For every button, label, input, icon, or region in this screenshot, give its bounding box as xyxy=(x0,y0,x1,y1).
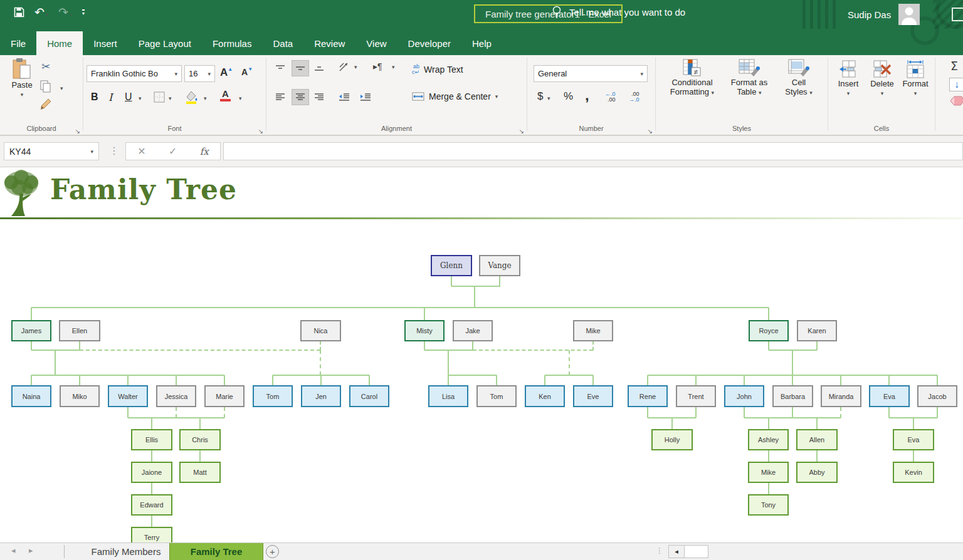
percent-button[interactable]: % xyxy=(564,90,573,103)
account-area[interactable]: Sudip Das xyxy=(848,0,920,29)
tree-node-jaione[interactable]: Jaione xyxy=(131,462,172,483)
chevron-down-icon[interactable]: ▾ xyxy=(239,95,242,101)
tree-node-marie[interactable]: Marie xyxy=(204,385,245,407)
increase-decimal-button[interactable]: ←.0.00 xyxy=(605,91,616,103)
decrease-indent-icon[interactable] xyxy=(338,91,350,103)
delete-cells-button[interactable]: Delete ▾ xyxy=(866,60,898,96)
text-direction-icon[interactable]: ▸¶ xyxy=(373,61,382,71)
tree-node-edward[interactable]: Edward xyxy=(131,494,172,516)
align-right-icon[interactable] xyxy=(313,91,325,103)
tab-developer[interactable]: Developer xyxy=(397,31,461,55)
autosum-icon[interactable]: Σ xyxy=(950,59,958,73)
tree-node-tony[interactable]: Tony xyxy=(748,494,789,516)
formula-input[interactable] xyxy=(223,142,963,160)
wrap-text-button[interactable]: abc↵ Wrap Text xyxy=(412,64,463,75)
tree-node-rene[interactable]: Rene xyxy=(628,385,668,407)
chevron-down-icon[interactable]: ▾ xyxy=(60,85,63,91)
comma-button[interactable]: , xyxy=(585,86,589,104)
bold-button[interactable]: B xyxy=(91,91,98,103)
tree-node-jessica[interactable]: Jessica xyxy=(156,385,196,407)
scrollbar-thumb[interactable] xyxy=(685,546,708,557)
tree-node-jen[interactable]: Jen xyxy=(301,385,341,407)
avatar[interactable] xyxy=(898,4,920,25)
tree-node-john[interactable]: John xyxy=(724,385,764,407)
ribbon-display-options-icon[interactable] xyxy=(952,8,963,21)
number-dialog-launcher-icon[interactable]: ↘ xyxy=(648,128,653,135)
tree-node-glenn[interactable]: Glenn xyxy=(431,255,472,276)
tree-node-naina[interactable]: Naina xyxy=(11,385,51,407)
align-middle-icon[interactable] xyxy=(292,60,309,76)
conditional-formatting-button[interactable]: ≠ Conditional Formatting ▾ xyxy=(662,59,722,96)
tree-node-matt[interactable]: Matt xyxy=(179,462,221,483)
chevron-down-icon[interactable]: ▾ xyxy=(898,90,932,96)
align-left-icon[interactable] xyxy=(274,91,287,103)
merge-center-button[interactable]: Merge & Center ▾ xyxy=(412,91,498,101)
font-color-button[interactable]: A xyxy=(220,89,231,101)
increase-indent-icon[interactable] xyxy=(359,91,372,103)
tree-node-ken[interactable]: Ken xyxy=(525,385,565,407)
font-dialog-launcher-icon[interactable]: ↘ xyxy=(258,128,263,135)
tree-node-terry[interactable]: Terry xyxy=(131,527,172,542)
tab-data[interactable]: Data xyxy=(262,31,303,55)
undo-button[interactable]: ↶▾ xyxy=(34,5,48,19)
tell-me-box[interactable]: Tell me what you want to do xyxy=(552,0,685,24)
tree-node-james[interactable]: James xyxy=(11,320,51,341)
decrease-decimal-button[interactable]: .00→.0 xyxy=(629,91,639,103)
alignment-dialog-launcher-icon[interactable]: ↘ xyxy=(519,128,524,135)
cancel-icon[interactable]: ✕ xyxy=(137,145,145,157)
tree-node-eva[interactable]: Eva xyxy=(893,429,934,450)
tab-review[interactable]: Review xyxy=(303,31,355,55)
tab-page-layout[interactable]: Page Layout xyxy=(128,31,202,55)
tree-node-nica[interactable]: Nica xyxy=(300,320,341,341)
tree-node-miranda[interactable]: Miranda xyxy=(821,385,861,407)
tree-node-lisa[interactable]: Lisa xyxy=(428,385,468,407)
tree-node-walter[interactable]: Walter xyxy=(108,385,148,407)
borders-icon[interactable] xyxy=(154,91,165,103)
enter-icon[interactable]: ✓ xyxy=(169,145,177,157)
font-size-combo[interactable]: 16▾ xyxy=(184,65,215,82)
tab-help[interactable]: Help xyxy=(461,31,502,55)
format-as-table-button[interactable]: Format as Table ▾ xyxy=(724,59,775,96)
chevron-down-icon[interactable]: ▾ xyxy=(547,95,550,101)
chevron-down-icon[interactable]: ▾ xyxy=(354,64,357,70)
tree-node-tom[interactable]: Tom xyxy=(253,385,293,407)
format-cells-button[interactable]: Format ▾ xyxy=(898,60,932,96)
sheet-tab-family-tree[interactable]: Family Tree xyxy=(169,543,263,560)
tree-node-trent[interactable]: Trent xyxy=(676,385,716,407)
tab-formulas[interactable]: Formulas xyxy=(202,31,263,55)
tab-file[interactable]: File xyxy=(0,31,36,55)
tree-node-holly[interactable]: Holly xyxy=(651,429,693,450)
save-icon[interactable] xyxy=(14,7,24,18)
chevron-down-icon[interactable]: ▾ xyxy=(90,148,93,155)
paste-button[interactable]: Paste ▾ xyxy=(8,58,36,98)
customize-quick-access-icon[interactable]: ▾ xyxy=(82,9,85,15)
clipboard-dialog-launcher-icon[interactable]: ↘ xyxy=(75,128,80,135)
chevron-down-icon[interactable]: ▾ xyxy=(70,12,72,18)
tree-node-carol[interactable]: Carol xyxy=(349,385,389,407)
horizontal-scrollbar[interactable]: ◂ xyxy=(668,545,708,558)
tree-node-ellen[interactable]: Ellen xyxy=(59,320,100,341)
tab-view[interactable]: View xyxy=(355,31,397,55)
cut-icon[interactable]: ✂ xyxy=(41,60,50,73)
chevron-down-icon[interactable]: ▾ xyxy=(8,91,36,98)
insert-function-icon[interactable]: fx xyxy=(200,146,209,157)
tree-node-ashley[interactable]: Ashley xyxy=(748,429,789,450)
insert-cells-button[interactable]: Insert ▾ xyxy=(832,60,865,96)
tree-node-ellis[interactable]: Ellis xyxy=(131,429,172,450)
chevron-down-icon[interactable]: ▾ xyxy=(832,90,865,96)
fill-color-icon[interactable] xyxy=(185,90,199,104)
redo-button[interactable]: ↷▾ xyxy=(58,5,72,19)
tree-node-jacob[interactable]: Jacob xyxy=(917,385,957,407)
tree-node-eva[interactable]: Eva xyxy=(869,385,910,407)
grow-font-button[interactable]: A▲ xyxy=(220,66,233,79)
drag-handle-icon[interactable]: ⋮ xyxy=(109,145,119,157)
tree-node-mike[interactable]: Mike xyxy=(748,462,789,483)
tree-node-vange[interactable]: Vange xyxy=(479,255,520,276)
chevron-down-icon[interactable]: ▾ xyxy=(46,12,48,18)
shrink-font-button[interactable]: A▼ xyxy=(241,66,253,78)
tree-node-misty[interactable]: Misty xyxy=(404,320,445,341)
tree-node-miko[interactable]: Miko xyxy=(60,385,100,407)
scroll-left-icon[interactable]: ◂ xyxy=(669,546,685,557)
drag-handle-icon[interactable]: ⋮ xyxy=(656,546,663,555)
tree-node-mike[interactable]: Mike xyxy=(573,320,613,341)
